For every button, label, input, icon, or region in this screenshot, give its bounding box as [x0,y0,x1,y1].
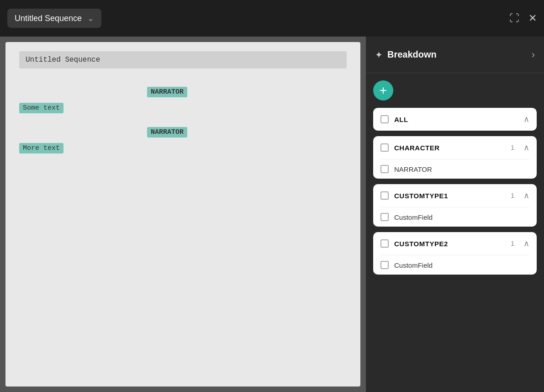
character-item-narrator[interactable]: NARRATOR [373,159,537,179]
add-button[interactable]: + [373,80,393,101]
customtype2-item[interactable]: CustomField [373,255,537,275]
all-checkbox[interactable] [380,115,389,123]
character-category-name: CHARACTER [394,144,505,152]
wand-icon: ✦ [375,49,383,60]
customtype1-count: 1 [511,192,514,199]
main-content: Untitled Sequence NARRATOR Some text NAR… [0,37,544,392]
category-header-character[interactable]: CHARACTER 1 ∧ [373,136,537,159]
script-block: NARRATOR Some text [19,87,347,113]
all-chevron-icon: ∧ [523,114,529,124]
sequence-chevron-icon: ⌄ [87,13,94,23]
customtype1-checkbox[interactable] [380,191,389,200]
script-title: Untitled Sequence [19,51,347,69]
category-card-customtype1: CUSTOMTYPE1 1 ∧ CustomField [373,184,537,227]
customtype2-checkbox[interactable] [380,239,389,248]
customtype2-field-checkbox[interactable] [380,261,389,269]
customtype1-name: CUSTOMTYPE1 [394,192,505,200]
script-character-2: NARRATOR [147,127,187,138]
character-chevron-icon: ∧ [523,143,529,153]
script-panel: Untitled Sequence NARRATOR Some text NAR… [0,37,366,392]
script-dialogue-1: Some text [19,103,63,113]
category-header-customtype1[interactable]: CUSTOMTYPE1 1 ∧ [373,184,537,207]
customtype1-field-label: CustomField [394,213,433,221]
all-row[interactable]: ALL ∧ [373,108,537,131]
top-bar: Untitled Sequence ⌄ ⛶ ✕ [0,0,544,37]
customtype1-item[interactable]: CustomField [373,207,537,227]
category-header-customtype2[interactable]: CUSTOMTYPE2 1 ∧ [373,232,537,255]
character-count: 1 [511,144,514,151]
customtype2-name: CUSTOMTYPE2 [394,240,505,248]
breakdown-header: ✦ Breakdown › [366,37,544,73]
customtype2-chevron-icon: ∧ [523,238,529,249]
character-checkbox[interactable] [380,143,389,152]
script-block-2: NARRATOR More text [19,127,347,154]
breakdown-title-row: ✦ Breakdown [375,49,437,60]
narrator-checkbox[interactable] [380,165,389,173]
script-character-1: NARRATOR [147,87,187,97]
customtype1-chevron-icon: ∧ [523,191,529,201]
script-inner: Untitled Sequence NARRATOR Some text NAR… [5,42,360,387]
breakdown-next-icon[interactable]: › [532,49,535,61]
narrator-label: NARRATOR [394,165,432,173]
sequence-selector[interactable]: Untitled Sequence ⌄ [7,9,101,28]
close-icon[interactable]: ✕ [528,12,537,24]
category-card-customtype2: CUSTOMTYPE2 1 ∧ CustomField [373,232,537,275]
customtype2-count: 1 [511,240,514,247]
breakdown-panel: ✦ Breakdown › + ALL ∧ CHARACTER 1 ∧ [366,37,544,392]
sequence-label: Untitled Sequence [15,14,82,23]
breakdown-body: + ALL ∧ CHARACTER 1 ∧ NARRATOR [366,73,544,392]
breakdown-title: Breakdown [387,49,437,60]
all-label: ALL [394,116,518,123]
script-dialogue-2: More text [19,143,63,154]
customtype2-field-label: CustomField [394,261,433,269]
expand-icon[interactable]: ⛶ [509,12,519,24]
customtype1-field-checkbox[interactable] [380,213,389,221]
top-bar-icons: ⛶ ✕ [509,12,537,24]
category-card-character: CHARACTER 1 ∧ NARRATOR [373,136,537,179]
